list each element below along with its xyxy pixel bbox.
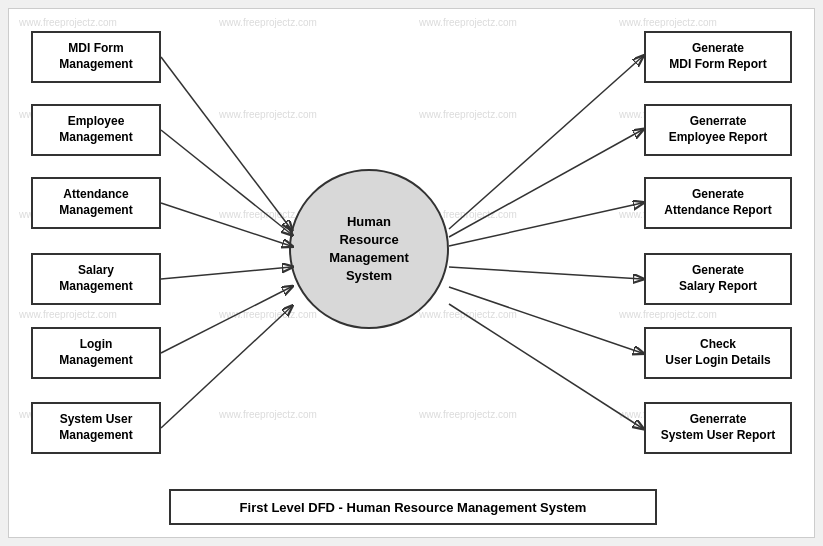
svg-line-2 xyxy=(161,203,291,246)
center-hrms: HumanResourceManagementSystem xyxy=(289,169,449,329)
svg-line-10 xyxy=(449,287,642,353)
watermark-3: www.freeprojectz.com xyxy=(419,17,517,28)
svg-line-9 xyxy=(449,267,642,279)
svg-line-4 xyxy=(161,287,291,353)
node-gen-mdi-report: GenerateMDI Form Report xyxy=(644,31,792,83)
watermark-4: www.freeprojectz.com xyxy=(619,17,717,28)
svg-line-7 xyxy=(449,130,642,237)
node-gen-sysuser-report: GenerrateSystem User Report xyxy=(644,402,792,454)
watermark-16: www.freeprojectz.com xyxy=(619,309,717,320)
svg-line-0 xyxy=(161,57,291,229)
node-login-mgmt: LoginManagement xyxy=(31,327,161,379)
node-check-login: CheckUser Login Details xyxy=(644,327,792,379)
diagram-container: www.freeprojectz.com www.freeprojectz.co… xyxy=(8,8,815,538)
node-salary-mgmt: SalaryManagement xyxy=(31,253,161,305)
watermark-14: www.freeprojectz.com xyxy=(219,309,317,320)
svg-line-3 xyxy=(161,267,291,279)
watermark-7: www.freeprojectz.com xyxy=(419,109,517,120)
node-attendance-mgmt: AttendanceManagement xyxy=(31,177,161,229)
svg-line-8 xyxy=(449,203,642,246)
watermark-2: www.freeprojectz.com xyxy=(219,17,317,28)
svg-line-1 xyxy=(161,130,291,234)
watermark-13: www.freeprojectz.com xyxy=(19,309,117,320)
watermark-15: www.freeprojectz.com xyxy=(419,309,517,320)
svg-line-5 xyxy=(161,307,291,428)
node-sysuser-mgmt: System UserManagement xyxy=(31,402,161,454)
node-mdi-form-mgmt: MDI FormManagement xyxy=(31,31,161,83)
svg-line-6 xyxy=(449,57,642,229)
watermark-6: www.freeprojectz.com xyxy=(219,109,317,120)
caption-box: First Level DFD - Human Resource Managem… xyxy=(169,489,657,525)
node-gen-sal-report: GenerateSalary Report xyxy=(644,253,792,305)
watermark-18: www.freeprojectz.com xyxy=(219,409,317,420)
svg-line-11 xyxy=(449,304,642,428)
watermark-19: www.freeprojectz.com xyxy=(419,409,517,420)
node-gen-emp-report: GenerrateEmployee Report xyxy=(644,104,792,156)
node-employee-mgmt: EmployeeManagement xyxy=(31,104,161,156)
watermark-1: www.freeprojectz.com xyxy=(19,17,117,28)
node-gen-att-report: GenerateAttendance Report xyxy=(644,177,792,229)
